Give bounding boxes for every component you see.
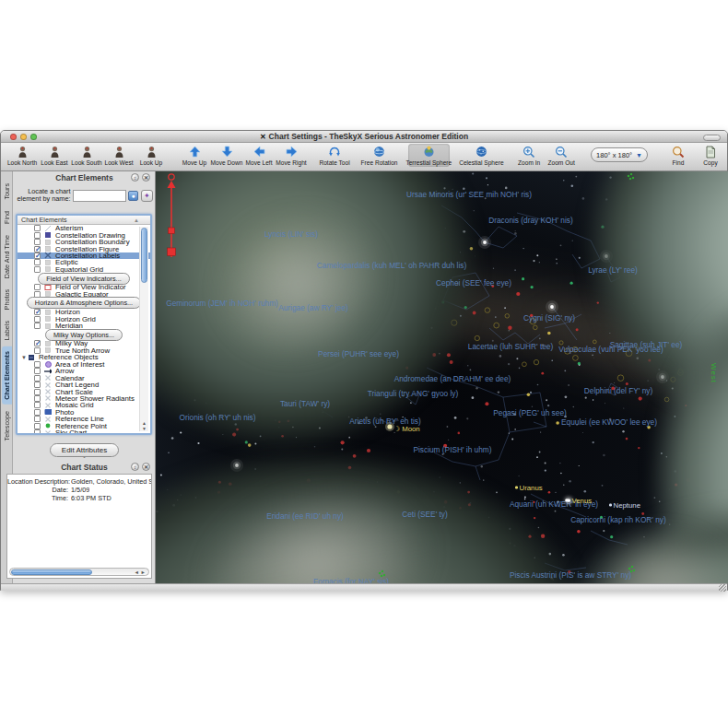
toolbar-button-move-down[interactable]: Move Down: [211, 144, 242, 167]
checkbox-sky-chart[interactable]: [34, 429, 41, 435]
screenshot-stage: ✕Chart Settings - TheSkyX Serious Astron…: [0, 0, 728, 728]
toolbar-button-move-up[interactable]: Move Up: [179, 144, 210, 167]
sidebar-tab-date-and-time[interactable]: Date And Time: [2, 230, 12, 283]
sidebar-tab-find[interactable]: Find: [2, 206, 12, 229]
constellation-label-capricorni: Capricorni (kap rih KOR' ny): [570, 515, 665, 524]
list-item-horizon-grid[interactable]: Horizon Grid: [18, 315, 150, 322]
panel-splitter-handle[interactable]: •: [13, 455, 156, 459]
checkbox-milky-way[interactable]: [34, 340, 41, 346]
list-item-equatorial-grid[interactable]: Equatorial Grid: [18, 266, 150, 273]
chart-elements-panel: Chart Elements ↕ ✕ Locate a chart elemen…: [13, 171, 156, 583]
scrollbar-arrows[interactable]: ▲▼: [140, 420, 148, 431]
checkbox-reference-line[interactable]: [34, 416, 41, 422]
panel-collapse-button[interactable]: ↕: [131, 173, 139, 182]
checkbox-reference-point[interactable]: [34, 423, 41, 429]
checkbox-constellation-drawing[interactable]: [34, 232, 41, 239]
look-icon: [49, 145, 61, 159]
constellation-label-andromedae: Andromedae (an DRAHM' ee dee): [394, 374, 511, 383]
panel-close-button[interactable]: ✕: [142, 173, 150, 182]
locate-advanced-button[interactable]: ✦: [141, 190, 153, 202]
resize-grip[interactable]: [719, 584, 726, 592]
toolbar-button-zoom-in[interactable]: Zoom In: [513, 144, 545, 167]
window-title: ✕Chart Settings - TheSkyX Serious Astron…: [1, 132, 727, 141]
checkbox-asterism[interactable]: [34, 225, 41, 231]
toolbar-button-celestial-sphere[interactable]: Celestial Sphere: [462, 144, 502, 167]
locate-input[interactable]: [73, 190, 126, 202]
checkbox-meridian[interactable]: [34, 323, 41, 329]
scrollbar-thumb[interactable]: [141, 228, 147, 283]
status-row-label: Time:: [7, 494, 68, 502]
checkbox-constellation-labels[interactable]: [34, 252, 41, 259]
toolbar-button-rotate-tool[interactable]: Rotate Tool: [319, 144, 350, 167]
status-horizontal-scrollbar[interactable]: ◄ ►: [9, 568, 149, 576]
checkbox-area-of-interest[interactable]: [34, 361, 41, 368]
status-collapse-button[interactable]: ↕: [131, 463, 139, 471]
list-item-constellation-labels[interactable]: Constellation Labels: [18, 252, 150, 259]
status-row-label: Location Description:: [7, 477, 68, 486]
toolbar-button-free-rotation[interactable]: Free Rotation: [362, 144, 396, 167]
list-item-label: Sky Chart: [55, 429, 87, 435]
slider-handle[interactable]: [169, 228, 175, 234]
checkbox-meteor-shower-radiants[interactable]: [34, 395, 41, 402]
toolbar-button-label: Look East: [41, 159, 67, 166]
sky-chart[interactable]: Ursae Minoris (ur' SEE mih NOH' ris)Drac…: [156, 171, 728, 583]
slider-handle-2[interactable]: [168, 248, 176, 256]
toolbar-button-look-north[interactable]: Look North: [6, 144, 38, 167]
toolbar-toggle-button[interactable]: [703, 135, 721, 141]
locate-search-button[interactable]: ●: [128, 191, 137, 201]
sidebar-tab-photos[interactable]: Photos: [2, 285, 12, 314]
checkbox-calendar[interactable]: [34, 375, 41, 382]
toolbar-button-look-west[interactable]: Look West: [103, 144, 135, 167]
constellation-label-geminorum: Geminorum (JEM' ih NOH' ruhm): [166, 299, 278, 308]
sidebar-tab-telescope[interactable]: Telescope: [2, 406, 12, 445]
planet-name: Venus: [572, 497, 593, 505]
hscroll-thumb[interactable]: [11, 569, 92, 576]
list-item-mosaic-grid[interactable]: Mosaic Grid: [18, 402, 150, 408]
toolbar-button-look-east[interactable]: Look East: [39, 144, 70, 167]
locate-label: Locate a chart element by name:: [16, 188, 70, 204]
planet-dot-icon: [515, 487, 518, 489]
toolbar-button-label: Move Left: [246, 159, 273, 166]
status-close-button[interactable]: ✕: [142, 463, 150, 471]
checkbox-arrow[interactable]: [34, 368, 41, 374]
checkbox-ecliptic[interactable]: [34, 259, 41, 265]
sidebar-tab-tours[interactable]: Tours: [2, 179, 12, 205]
checkbox-horizon[interactable]: [34, 309, 41, 315]
chart-elements-list[interactable]: Chart Elements▲ AsterismConstellation Dr…: [16, 214, 152, 435]
checkbox-horizon-grid[interactable]: [34, 316, 41, 323]
toolbar-button-find[interactable]: Find: [663, 144, 694, 167]
window-titlebar[interactable]: ✕Chart Settings - TheSkyX Serious Astron…: [1, 131, 727, 143]
zoom-out-icon: [555, 145, 568, 159]
list-column-header[interactable]: Chart Elements▲: [18, 216, 150, 225]
zoom-in-icon: [523, 145, 535, 159]
toolbar-button-copy[interactable]: Copy: [695, 144, 726, 167]
checkbox-galactic-equator[interactable]: [34, 291, 41, 298]
list-scrollbar[interactable]: ▲▼: [139, 227, 148, 431]
checkbox-chart-scale[interactable]: [34, 389, 41, 395]
checkbox-true-north-arrow[interactable]: [34, 347, 41, 354]
toolbar-button-look-up[interactable]: Look Up: [135, 144, 167, 167]
checkbox-chart-legend[interactable]: [34, 382, 41, 388]
toolbar-button-zoom-out[interactable]: Zoom Out: [546, 144, 577, 167]
toolbar-button-look-south[interactable]: Look South: [71, 144, 102, 167]
list-item-sky-chart[interactable]: Sky Chart: [18, 429, 150, 435]
zoom-slider[interactable]: [159, 172, 183, 264]
checkbox-photo[interactable]: [34, 409, 41, 416]
constellation-label-fornacis: Fornacis (for NAY' sis): [313, 577, 389, 583]
toolbar-button-move-left[interactable]: Move Left: [243, 144, 275, 167]
fov-dropdown[interactable]: 180° x 180°▼: [591, 147, 648, 162]
checkbox-field-of-view-indicator[interactable]: [34, 284, 41, 290]
disclosure-triangle-icon[interactable]: ▼: [21, 355, 28, 360]
constellation-label-ceti: Ceti (SEE' ty): [402, 510, 448, 519]
toolbar-button-label: Rotate Tool: [319, 159, 349, 166]
toolbar-button-terrestial-sphere[interactable]: Terrestial Sphere: [408, 144, 450, 167]
sidebar-tab-chart-elements[interactable]: Chart Elements: [2, 346, 12, 405]
hscroll-arrows[interactable]: ◄ ►: [135, 569, 146, 576]
checkbox-mosaic-grid[interactable]: [34, 402, 41, 408]
list-button-horizon-atmosphere-options[interactable]: Horizon & Atmosphere Options...: [27, 297, 141, 309]
checkbox-equatorial-grid[interactable]: [34, 266, 41, 273]
list-item-area-of-interest[interactable]: Area of Interest: [18, 361, 150, 368]
sidebar-tab-labels[interactable]: Labels: [2, 316, 12, 345]
planet-label-moon: ☽Moon: [393, 425, 420, 433]
toolbar-button-move-right[interactable]: Move Right: [276, 144, 307, 167]
